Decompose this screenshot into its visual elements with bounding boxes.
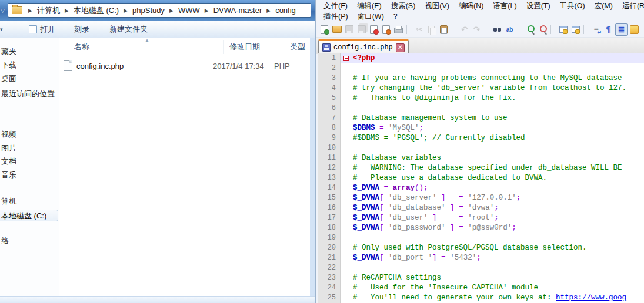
code-line[interactable]: 18$_DVWA[ 'db_password' ] = 'p@ssw0rd';	[318, 223, 644, 233]
code-line[interactable]: 15$_DVWA[ 'db_server' ] = '127.0.0.1';	[318, 193, 644, 203]
sidebar-item[interactable]: 最近访问的位置	[0, 88, 58, 100]
code-line[interactable]: 5# Thanks to @digininja for the fix.	[318, 93, 644, 103]
menu-item[interactable]: 工具(O)	[555, 1, 590, 11]
tab-close-icon[interactable]: ✕	[396, 43, 405, 52]
new-file-icon[interactable]	[319, 24, 330, 35]
fold-margin[interactable]	[341, 193, 352, 203]
print-icon[interactable]	[393, 24, 404, 35]
close-file-icon[interactable]	[368, 24, 379, 35]
paste-icon[interactable]	[438, 24, 449, 35]
sidebar-item[interactable]: 藏夹	[0, 46, 58, 58]
column-header-modified[interactable]: 修改日期	[229, 42, 260, 52]
fold-margin[interactable]	[341, 173, 352, 183]
fold-margin[interactable]	[341, 153, 352, 163]
sidebar-item[interactable]: 音乐	[0, 169, 58, 181]
fold-margin[interactable]	[341, 213, 352, 223]
fold-margin[interactable]	[341, 83, 352, 93]
code-line[interactable]: 9#$DBMS = 'PGSQL'; // Currently disabled	[318, 133, 644, 143]
redo-icon[interactable]: ↷	[471, 24, 482, 35]
code-line[interactable]: 10	[318, 143, 644, 153]
fold-margin[interactable]	[341, 223, 352, 233]
address-bar[interactable]: ▶计算机▶本地磁盘 (C:)▶phpStudy▶WWW▶DVWA-master▶…	[8, 3, 311, 18]
code-editor[interactable]: 1<?php23# If you are having problems con…	[318, 53, 644, 303]
fold-margin[interactable]	[341, 53, 352, 63]
breadcrumb-item[interactable]: DVWA-master	[213, 6, 262, 15]
code-line[interactable]: 8$DBMS = 'MySQL';	[318, 123, 644, 133]
fold-margin[interactable]	[341, 273, 352, 283]
open-file-icon[interactable]	[331, 24, 342, 35]
sidebar-item[interactable]: 文档	[0, 156, 58, 167]
word-wrap-icon[interactable]	[590, 24, 602, 35]
tab-config-inc-php[interactable]: config.inc.php ✕	[318, 39, 409, 54]
code-line[interactable]: 23# ReCAPTCHA settings	[318, 273, 644, 283]
code-link[interactable]: https://www.goog	[556, 294, 626, 302]
sidebar-item[interactable]: 本地磁盘 (C:)	[0, 210, 58, 221]
show-all-characters-icon[interactable]: ¶	[603, 24, 614, 35]
column-divider[interactable]	[223, 40, 224, 54]
open-button[interactable]: 打开	[24, 22, 61, 36]
explorer-scrollbar[interactable]	[310, 38, 315, 297]
code-line[interactable]: 21$_DVWA[ 'db_port '] = '5432';	[318, 253, 644, 263]
fold-margin[interactable]	[341, 133, 352, 143]
menu-item[interactable]: ?	[389, 12, 402, 21]
organize-button-fragment[interactable]: ▾	[0, 26, 6, 32]
code-line[interactable]: 3# If you are having problems connecting…	[318, 73, 644, 83]
sidebar-item[interactable]: 下载	[0, 59, 58, 71]
code-line[interactable]: 24# Used for the 'Insecure CAPTCHA' modu…	[318, 283, 644, 293]
code-line[interactable]: 4# try changing the 'db_server' variable…	[318, 83, 644, 93]
code-line[interactable]: 25# You'll need to generate your own key…	[318, 293, 644, 303]
fold-margin[interactable]	[341, 73, 352, 83]
cut-icon[interactable]: ✂	[413, 24, 425, 35]
breadcrumb-item[interactable]: phpStudy	[132, 6, 165, 15]
menu-item[interactable]: 运行(R)	[618, 1, 644, 11]
code-line[interactable]: 22	[318, 263, 644, 273]
code-line[interactable]: 7# Database management system to use	[318, 113, 644, 123]
menu-item[interactable]: 编码(N)	[454, 1, 488, 11]
fold-margin[interactable]	[341, 103, 352, 113]
copy-icon[interactable]	[426, 24, 437, 35]
code-line[interactable]: 11# Database variables	[318, 153, 644, 163]
sidebar-item[interactable]: 算机	[0, 196, 58, 207]
breadcrumb-item[interactable]: 本地磁盘 (C:)	[74, 5, 119, 16]
column-header-name[interactable]: 名称	[74, 42, 89, 52]
fold-margin[interactable]	[341, 123, 352, 133]
sidebar-item[interactable]: 络	[0, 235, 58, 247]
menu-item[interactable]: 视图(V)	[420, 1, 454, 11]
column-divider[interactable]	[286, 40, 286, 54]
sidebar-item[interactable]: 桌面	[0, 73, 58, 85]
fold-margin[interactable]	[341, 203, 352, 213]
address-dropdown-chevron-icon[interactable]: ▽	[1, 8, 5, 14]
fold-margin[interactable]	[341, 93, 352, 103]
breadcrumb-item[interactable]: 计算机	[37, 5, 60, 16]
fold-margin[interactable]	[341, 63, 352, 73]
fold-margin[interactable]	[341, 143, 352, 153]
fold-margin[interactable]	[341, 243, 352, 253]
zoom-out-icon[interactable]	[537, 24, 548, 35]
new-folder-button[interactable]: 新建文件夹	[104, 22, 153, 36]
code-line[interactable]: 2	[318, 63, 644, 73]
sidebar-item[interactable]: 视频	[0, 129, 58, 140]
zoom-in-icon[interactable]	[525, 24, 536, 35]
close-all-icon[interactable]	[381, 24, 392, 35]
code-line[interactable]: 6	[318, 103, 644, 113]
fold-margin[interactable]	[341, 163, 352, 173]
fold-margin[interactable]	[341, 293, 352, 303]
code-line[interactable]: 12# WARNING: The database specified unde…	[318, 163, 644, 173]
sync-vertical-scroll-icon[interactable]	[558, 24, 569, 35]
fold-margin[interactable]	[341, 263, 352, 273]
save-icon[interactable]	[343, 24, 355, 35]
fold-margin[interactable]	[341, 183, 352, 193]
code-line[interactable]: 1<?php	[318, 53, 644, 63]
breadcrumb-item[interactable]: config	[275, 6, 296, 15]
code-line[interactable]: 14$_DVWA = array();	[318, 183, 644, 193]
menu-item[interactable]: 设置(T)	[522, 1, 555, 11]
sidebar-item[interactable]: 图片	[0, 143, 58, 154]
fold-margin[interactable]	[341, 233, 352, 243]
fold-margin[interactable]	[341, 113, 352, 123]
fold-collapse-icon[interactable]	[343, 56, 349, 61]
sync-horizontal-scroll-icon[interactable]	[570, 24, 581, 35]
menu-item[interactable]: 宏(M)	[590, 1, 618, 11]
burn-button[interactable]: 刻录	[69, 22, 95, 36]
code-line[interactable]: 16$_DVWA[ 'db_database' ] = 'dvwa';	[318, 203, 644, 213]
fold-margin[interactable]	[341, 283, 352, 293]
